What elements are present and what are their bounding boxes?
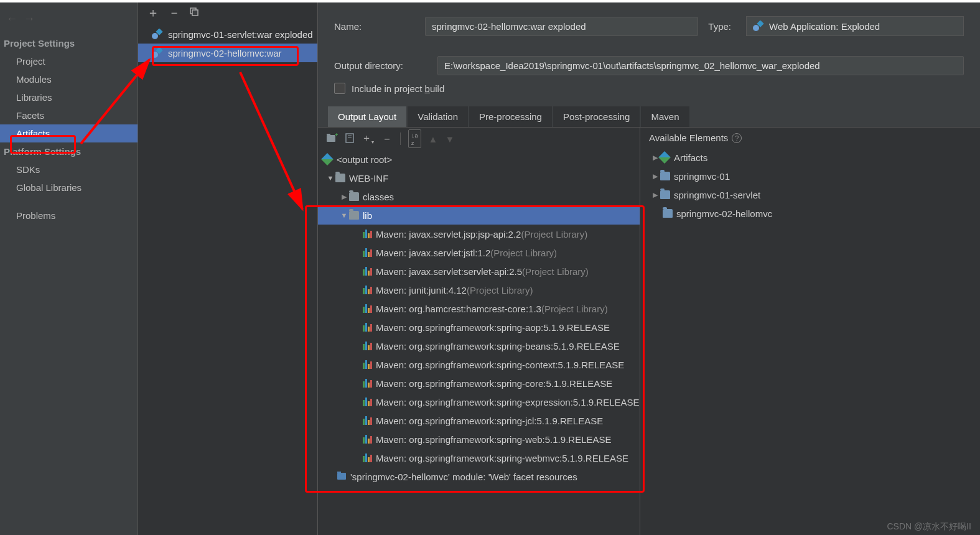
- tree-label: Maven: org.springframework:spring-beans:…: [376, 341, 620, 351]
- tree-label: Maven: org.springframework:spring-expres…: [376, 397, 640, 407]
- tree-lib[interactable]: lib: [318, 206, 640, 225]
- available-elements-header: Available Elements: [649, 133, 728, 143]
- artifact-item[interactable]: springmvc-02-hellomvc:war: [138, 44, 317, 62]
- chevron-right-icon[interactable]: [650, 191, 660, 199]
- tree-lib-item[interactable]: Maven: org.springframework:spring-webmvc…: [318, 449, 640, 467]
- web-artifact-icon: [152, 29, 163, 40]
- artifact-toolbar: ＋ －: [138, 0, 317, 25]
- sidebar-item-libraries[interactable]: Libraries: [0, 88, 138, 106]
- tab-maven[interactable]: Maven: [641, 106, 689, 127]
- remove-item-icon[interactable]: －: [381, 131, 393, 146]
- tree-lib-item[interactable]: Maven: junit:junit:4.12 (Project Library…: [318, 281, 640, 299]
- artifact-list-panel: ＋ － springmvc-01-servlet:war exploded sp…: [138, 0, 318, 535]
- library-icon: [363, 323, 372, 332]
- sidebar-item-artifacts[interactable]: Artifacts: [0, 124, 138, 142]
- tree-hint: (Project Library): [467, 285, 533, 295]
- output-dir-input[interactable]: E:\workspace_Idea2019\springmvc-01\out\a…: [437, 56, 964, 75]
- sidebar-item-facets[interactable]: Facets: [0, 106, 138, 124]
- tab-post-processing[interactable]: Post-processing: [553, 106, 640, 127]
- tree-label: Maven: javax.servlet:servlet-api:2.5: [376, 266, 522, 277]
- tree-facet[interactable]: 'springmvc-02-hellomvc' module: 'Web' fa…: [318, 467, 640, 486]
- sort-icon[interactable]: ↓az: [408, 129, 421, 148]
- tree-lib-item[interactable]: Maven: org.springframework:spring-contex…: [318, 355, 640, 374]
- avail-item[interactable]: springmvc-01: [640, 167, 980, 185]
- tree-lib-item[interactable]: Maven: org.springframework:spring-core:5…: [318, 374, 640, 393]
- artifact-item[interactable]: springmvc-01-servlet:war exploded: [138, 25, 317, 44]
- sidebar-item-modules[interactable]: Modules: [0, 70, 138, 88]
- chevron-right-icon[interactable]: [650, 172, 660, 180]
- tree-lib-item[interactable]: Maven: javax.servlet:jstl:1.2 (Project L…: [318, 243, 640, 262]
- project-settings-header: Project Settings: [0, 34, 138, 52]
- tree-lib-item[interactable]: Maven: javax.servlet:servlet-api:2.5 (Pr…: [318, 262, 640, 281]
- sidebar-item-problems[interactable]: Problems: [0, 207, 138, 225]
- add-icon[interactable]: ＋: [147, 4, 159, 21]
- sidebar-item-global-libraries[interactable]: Global Libraries: [0, 179, 138, 197]
- sidebar: ← → Project Settings Project Modules Lib…: [0, 0, 138, 535]
- tree-output-root[interactable]: <output root>: [318, 150, 640, 169]
- tree-lib-item[interactable]: Maven: org.hamcrest:hamcrest-core:1.3 (P…: [318, 299, 640, 318]
- chevron-right-icon[interactable]: [339, 193, 349, 201]
- back-arrow-icon[interactable]: ←: [6, 12, 17, 26]
- name-input[interactable]: springmvc-02-hellomvc:war exploded: [425, 17, 698, 36]
- forward-arrow-icon[interactable]: →: [24, 12, 35, 26]
- watermark: CSDN @凉水不好喝II: [887, 521, 971, 533]
- tree-lib-item[interactable]: Maven: org.springframework:spring-beans:…: [318, 337, 640, 355]
- copy-icon[interactable]: [189, 7, 199, 19]
- library-icon: [363, 267, 372, 276]
- folder-icon: [335, 174, 345, 182]
- tree-lib-item[interactable]: Maven: org.springframework:spring-jcl:5.…: [318, 411, 640, 430]
- tree-label: Maven: org.springframework:spring-aop:5.…: [376, 322, 610, 333]
- type-value: Web Application: Exploded: [769, 21, 880, 32]
- tree-webinf[interactable]: WEB-INF: [318, 169, 640, 187]
- remove-icon[interactable]: －: [168, 4, 180, 21]
- tab-output-layout[interactable]: Output Layout: [328, 106, 406, 127]
- library-icon: [363, 435, 372, 444]
- root-icon: [321, 153, 334, 165]
- move-down-icon[interactable]: ▼: [445, 134, 454, 144]
- tree-label: WEB-INF: [349, 173, 388, 184]
- move-up-icon[interactable]: ▲: [429, 134, 438, 144]
- new-folder-icon[interactable]: +: [327, 133, 338, 145]
- tree-label: springmvc-02-hellomvc: [676, 208, 772, 219]
- tree-lib-item[interactable]: Maven: org.springframework:spring-web:5.…: [318, 430, 640, 449]
- library-icon: [363, 360, 372, 369]
- tree-label: Maven: org.springframework:spring-core:5…: [376, 378, 612, 389]
- tree-label: Artifacts: [674, 152, 707, 163]
- new-archive-icon[interactable]: [345, 133, 354, 145]
- avail-item[interactable]: springmvc-01-servlet: [640, 185, 980, 204]
- add-copy-icon[interactable]: ＋▾: [362, 132, 374, 145]
- library-icon: [363, 342, 372, 350]
- svg-text:+: +: [335, 133, 338, 138]
- type-select[interactable]: Web Application: Exploded: [746, 16, 964, 36]
- help-icon[interactable]: ?: [732, 133, 742, 143]
- tree-label: Maven: junit:junit:4.12: [376, 285, 467, 295]
- facet-icon: [337, 471, 347, 483]
- platform-settings-header: Platform Settings: [0, 142, 138, 160]
- tree-label: springmvc-01-servlet: [674, 190, 760, 200]
- include-build-checkbox[interactable]: [334, 83, 345, 94]
- tree-hint: (Project Library): [521, 229, 587, 240]
- svg-rect-9: [327, 134, 330, 135]
- tab-validation[interactable]: Validation: [408, 106, 468, 127]
- avail-item[interactable]: springmvc-02-hellomvc: [640, 204, 980, 223]
- nav-arrows: ← →: [0, 9, 138, 34]
- sidebar-item-sdks[interactable]: SDKs: [0, 160, 138, 179]
- tree-classes[interactable]: classes: [318, 187, 640, 206]
- tree-toolbar: + ＋▾ － ↓az ▲ ▼: [318, 128, 640, 150]
- tree-lib-item[interactable]: Maven: org.springframework:spring-aop:5.…: [318, 318, 640, 337]
- tree-label: Maven: org.hamcrest:hamcrest-core:1.3: [376, 304, 541, 314]
- sidebar-item-project[interactable]: Project: [0, 52, 138, 70]
- chevron-down-icon[interactable]: [325, 174, 335, 182]
- artifacts-icon: [658, 151, 671, 164]
- tree-label: Maven: org.springframework:spring-webmvc…: [376, 453, 628, 463]
- tree-lib-item[interactable]: Maven: javax.servlet.jsp:jsp-api:2.2 (Pr…: [318, 225, 640, 243]
- tab-pre-processing[interactable]: Pre-processing: [469, 106, 552, 127]
- chevron-down-icon[interactable]: [339, 212, 349, 219]
- svg-rect-15: [337, 472, 341, 473]
- folder-icon: [349, 192, 359, 201]
- library-icon: [363, 398, 372, 406]
- tree-lib-item[interactable]: Maven: org.springframework:spring-expres…: [318, 393, 640, 411]
- tree-hint: (Project Library): [522, 266, 589, 277]
- avail-artifacts[interactable]: Artifacts: [640, 148, 980, 167]
- tree-label: Maven: javax.servlet.jsp:jsp-api:2.2: [376, 229, 521, 240]
